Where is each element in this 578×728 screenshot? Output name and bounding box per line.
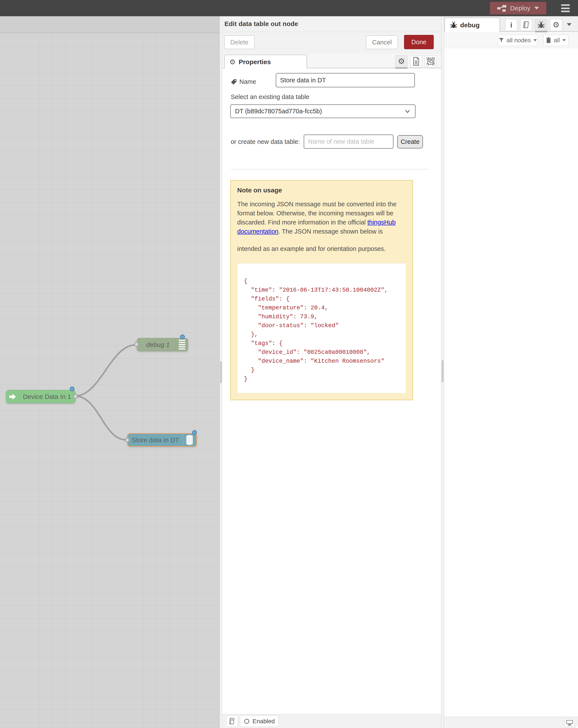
wire — [75, 345, 135, 396]
info-icon: i — [510, 21, 512, 29]
usage-note-body: The incoming JSON message must be conver… — [237, 200, 402, 236]
debug-sidebar: debug i ⚙ all nodes — [444, 16, 578, 728]
status-circle-icon — [244, 719, 249, 724]
name-input[interactable] — [276, 73, 415, 87]
deploy-button[interactable]: Deploy — [490, 2, 546, 15]
edit-dialog: Edit data table out node Delete Cancel D… — [222, 16, 441, 728]
description-view-button[interactable] — [410, 55, 422, 68]
gear-icon: ⚙ — [230, 58, 236, 66]
workspace-tab-strip[interactable] — [0, 16, 219, 33]
input-port[interactable] — [125, 438, 129, 442]
data-table-select-value: DT (b89dc78075ad770a-fcc5b) — [235, 108, 322, 115]
select-table-label: Select an existing data table — [231, 94, 309, 101]
usage-note: Note on usage The incoming JSON message … — [230, 180, 413, 400]
node-help-button[interactable] — [226, 716, 238, 727]
name-field-label: Name — [231, 78, 256, 85]
node-store-data-in-dt[interactable]: Store data in DT — [127, 433, 197, 446]
database-icon — [183, 434, 196, 446]
debug-toolbar: all nodes all — [444, 32, 578, 48]
main-menu-button[interactable] — [561, 4, 570, 12]
bug-icon — [450, 22, 457, 29]
header-bar: Deploy — [0, 0, 578, 16]
divider — [231, 169, 429, 170]
wires-layer — [0, 33, 219, 728]
debug-lines-icon — [176, 338, 188, 351]
grip-icon — [220, 361, 222, 383]
node-debug-1[interactable]: debug 1 — [137, 338, 188, 351]
info-tab-button[interactable]: i — [505, 19, 517, 31]
output-port[interactable] — [73, 394, 78, 398]
input-port[interactable] — [134, 342, 139, 346]
delete-button[interactable]: Delete — [224, 35, 255, 49]
debug-clear-button[interactable]: all — [543, 35, 569, 46]
panel-resize-handle-left[interactable] — [219, 16, 222, 728]
usage-note-body-2: intended as an example and for orientati… — [237, 244, 402, 253]
caret-down-icon — [533, 39, 537, 42]
open-debug-window-button[interactable] — [564, 718, 575, 727]
debug-tab-button[interactable] — [535, 19, 547, 31]
tab-properties[interactable]: ⚙ Properties — [224, 55, 307, 69]
data-table-select[interactable]: DT (b89dc78075ad770a-fcc5b) — [230, 104, 416, 118]
edit-dialog-titlebar: Edit data table out node — [222, 16, 441, 32]
appearance-icon — [426, 57, 435, 66]
done-button[interactable]: Done — [404, 35, 434, 49]
flow-canvas[interactable]: Device Data In 1 debug 1 Store data in D… — [0, 16, 219, 728]
appearance-view-button[interactable] — [425, 55, 437, 68]
changed-indicator — [70, 387, 75, 391]
gear-icon: ⚙ — [553, 21, 559, 29]
document-icon — [413, 57, 420, 66]
changed-indicator — [192, 430, 197, 435]
panel-resize-handle-right[interactable] — [441, 16, 444, 728]
node-label: debug 1 — [137, 341, 176, 348]
deploy-caret-icon — [534, 7, 539, 9]
gear-icon: ⚙ — [398, 57, 405, 65]
tab-debug[interactable]: debug — [445, 18, 500, 32]
trash-icon — [546, 37, 551, 43]
deploy-icon — [497, 4, 506, 12]
help-tab-button[interactable] — [520, 19, 532, 31]
sidebar-menu-caret-icon[interactable] — [567, 23, 572, 26]
new-table-name-input[interactable] — [304, 134, 393, 149]
workspace-grid[interactable]: Device Data In 1 debug 1 Store data in D… — [0, 33, 219, 728]
node-device-data-in[interactable]: Device Data In 1 — [6, 390, 75, 403]
edit-dialog-title: Edit data table out node — [225, 20, 298, 27]
node-label: Store data in DT — [128, 436, 183, 444]
cancel-button[interactable]: Cancel — [366, 35, 398, 49]
edit-dialog-toolbar: Delete Cancel Done — [222, 32, 441, 54]
caret-down-icon — [562, 39, 566, 42]
node-enabled-toggle[interactable]: Enabled — [240, 716, 279, 727]
input-arrow-icon — [6, 390, 19, 403]
book-icon — [229, 718, 235, 725]
create-button[interactable]: Create — [397, 135, 423, 149]
deploy-label: Deploy — [510, 4, 530, 12]
tag-icon — [231, 79, 237, 85]
grip-icon — [442, 360, 444, 382]
json-example-code: { "time": "2016-06-13T17:43:50.1004002Z"… — [244, 277, 399, 384]
chevron-down-icon — [404, 109, 411, 113]
debug-footer — [444, 717, 578, 728]
debug-message-list[interactable] — [444, 48, 578, 717]
node-red-app: Deploy Device Data In 1 debug 1 — [0, 0, 578, 728]
changed-indicator — [180, 335, 185, 339]
book-icon — [523, 21, 530, 29]
edit-dialog-footer: Enabled — [222, 714, 441, 728]
tab-debug-label: debug — [460, 22, 480, 29]
bug-icon — [537, 21, 545, 29]
funnel-icon — [499, 38, 504, 43]
node-label: Device Data In 1 — [19, 393, 75, 400]
monitor-icon — [566, 720, 573, 726]
properties-view-button[interactable]: ⚙ — [395, 55, 408, 68]
tab-properties-label: Properties — [239, 58, 271, 66]
settings-tab-button[interactable]: ⚙ — [550, 19, 562, 31]
wire — [75, 396, 126, 440]
json-example-box: { "time": "2016-06-13T17:43:50.1004002Z"… — [237, 263, 406, 393]
debug-filter-button[interactable]: all nodes — [498, 35, 538, 46]
usage-note-title: Note on usage — [237, 186, 406, 194]
create-table-label: or create new data table: — [231, 138, 300, 146]
